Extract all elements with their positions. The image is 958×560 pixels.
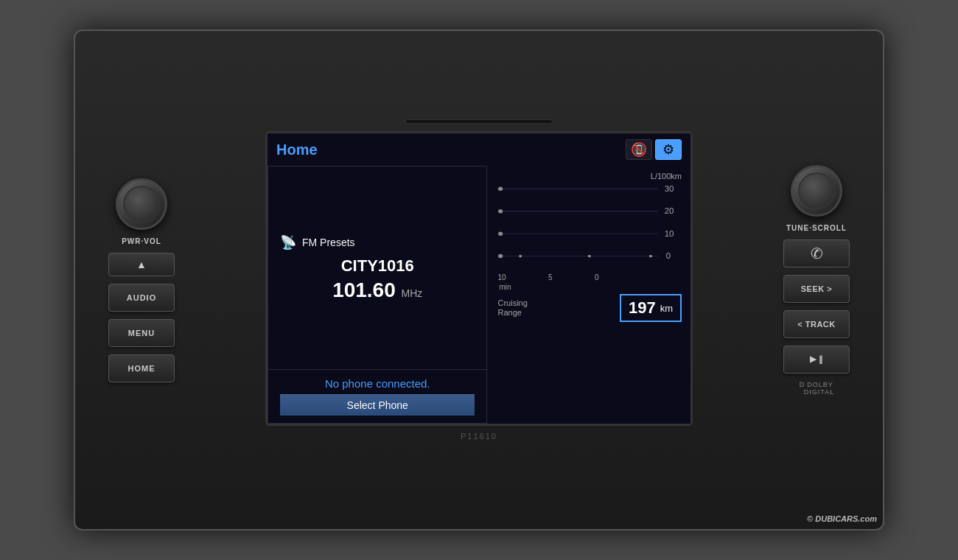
svg-point-7 (499, 254, 503, 259)
right-controls-panel: TUNE·SCROLL ✆ SEEK > < TRACK ▶ ‖ 𝔻 DOLBY… (772, 165, 861, 396)
head-unit: PWR·VOL ▲ AUDIO MENU HOME Home 📵 ⚙ (74, 29, 884, 531)
x-axis-labels: 10 5 0 (497, 273, 682, 281)
track-back-button[interactable]: < TRACK (783, 310, 850, 338)
svg-point-13 (588, 255, 591, 258)
eject-button[interactable]: ▲ (108, 253, 175, 276)
svg-point-6 (499, 231, 503, 236)
left-panel: 📡 FM Presets CITY1016 101.60 MHz No ph (268, 166, 487, 424)
play-pause-button[interactable]: ▶ ‖ (783, 346, 850, 374)
frequency-display: 101.60 MHz (280, 279, 475, 302)
no-phone-text: No phone connected. (325, 377, 430, 390)
x-label-5: 5 (548, 273, 553, 281)
antenna-icon: 📡 (280, 234, 296, 251)
svg-text:10: 10 (665, 229, 674, 237)
svg-text:30: 30 (665, 185, 674, 193)
pwr-vol-label: PWR·VOL (122, 237, 161, 245)
svg-text:20: 20 (665, 207, 674, 215)
svg-point-14 (649, 255, 652, 258)
fm-section[interactable]: 📡 FM Presets CITY1016 101.60 MHz (268, 167, 486, 370)
x-label-0: 0 (595, 273, 599, 281)
svg-point-4 (499, 186, 503, 191)
home-title: Home (276, 141, 318, 158)
seek-forward-button[interactable]: SEEK > (783, 275, 850, 303)
tune-scroll-knob[interactable] (791, 165, 842, 217)
screen-bezel: Home 📵 ⚙ (265, 131, 693, 426)
svg-text:0: 0 (666, 252, 671, 260)
fm-header: 📡 FM Presets (280, 234, 475, 251)
x-label-10: 10 (497, 273, 506, 281)
dolby-icon: 𝔻 (799, 381, 805, 388)
cruising-unit: km (660, 303, 673, 314)
screen-header: Home 📵 ⚙ (268, 133, 690, 166)
audio-button[interactable]: AUDIO (108, 284, 175, 312)
dolby-logo: 𝔻 DOLBY DIGITAL (799, 381, 834, 396)
phone-call-button[interactable]: ✆ (783, 239, 850, 267)
left-controls-panel: PWR·VOL ▲ AUDIO MENU HOME (97, 178, 186, 382)
menu-button[interactable]: MENU (108, 319, 175, 347)
chart-unit-label: L/100km (497, 172, 682, 181)
phone-section: No phone connected. Select Phone (268, 370, 486, 423)
cd-slot (405, 119, 553, 124)
svg-point-12 (520, 255, 522, 258)
cruising-range: CruisingRange 197 km (497, 294, 682, 322)
screen-content: 📡 FM Presets CITY1016 101.60 MHz No ph (268, 166, 690, 424)
phone-status-icon[interactable]: 📵 (626, 139, 652, 160)
settings-icon-button[interactable]: ⚙ (655, 139, 682, 160)
tune-scroll-label: TUNE·SCROLL (786, 224, 847, 232)
screen: Home 📵 ⚙ (268, 133, 690, 424)
home-button[interactable]: HOME (108, 354, 175, 382)
watermark: © DUBICARS.com (807, 514, 877, 523)
screen-container: Home 📵 ⚙ (200, 119, 758, 441)
x-axis-unit: min (497, 283, 682, 291)
svg-point-5 (499, 209, 503, 214)
cruising-label: CruisingRange (497, 298, 527, 318)
fm-presets-label: FM Presets (302, 237, 355, 248)
station-name: CITY1016 (280, 256, 475, 276)
phone-icon: ✆ (811, 245, 823, 262)
select-phone-button[interactable]: Select Phone (280, 394, 475, 416)
cruising-value-box: 197 km (620, 294, 682, 322)
frequency-unit: MHz (402, 287, 423, 299)
frequency-value: 101.60 (332, 279, 396, 301)
cruising-value: 197 (629, 298, 656, 318)
pwr-vol-knob[interactable] (116, 178, 167, 230)
model-number: P11610 (461, 432, 497, 441)
header-icons: 📵 ⚙ (626, 139, 682, 160)
right-panel: L/100km (489, 166, 690, 424)
eject-icon: ▲ (136, 259, 147, 270)
chart-viz: 30 20 10 0 (497, 182, 682, 270)
